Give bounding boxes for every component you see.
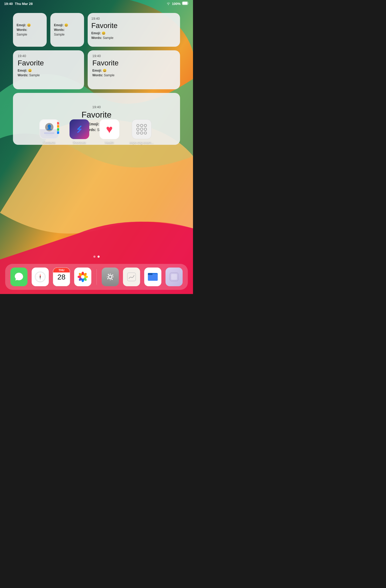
- widget-medium-1[interactable]: 19:40 Favorite Emoji: 😀 Words: Sample: [88, 13, 180, 47]
- status-left: 19:40 Thu Mar 28: [4, 2, 33, 6]
- dock-files[interactable]: [144, 268, 161, 286]
- widget-tall-time: 19:40: [18, 54, 79, 58]
- status-bar: 19:40 Thu Mar 28 100%: [0, 0, 193, 7]
- health-icon: ♥: [100, 119, 119, 139]
- battery-icon: [182, 2, 189, 6]
- dot-1: [93, 256, 95, 258]
- svg-rect-22: [127, 273, 136, 281]
- dock-safari[interactable]: [32, 268, 49, 286]
- expo-icon: [132, 119, 151, 139]
- page-dots: [93, 256, 100, 258]
- widget-small-2-words: Words: Sample: [54, 28, 80, 37]
- health-label: Health: [105, 141, 114, 144]
- dock: THU 28: [5, 264, 188, 290]
- dock-settings[interactable]: [102, 268, 119, 286]
- dock-last-app[interactable]: [166, 268, 183, 286]
- widget-tall-detail: Emoji: 😀 Words: Sample: [18, 68, 79, 78]
- calendar-day-label: THU: [53, 268, 70, 272]
- svg-rect-27: [171, 274, 177, 280]
- widget-medium-1-time: 19:40: [91, 17, 176, 20]
- widget-small-2-emoji-label: Emoji: 😀: [54, 23, 80, 28]
- widget-medium-1-detail: Emoji: 😀 Words: Sample: [91, 31, 176, 40]
- contacts-label: Contacts: [43, 141, 55, 144]
- app-expo[interactable]: expo-cng-exam...: [130, 119, 154, 144]
- widget-right-title: Favorite: [92, 59, 175, 67]
- dock-photos[interactable]: [74, 268, 91, 286]
- dock-messages[interactable]: [10, 268, 27, 286]
- shortcuts-label: Shortcuts: [73, 141, 86, 144]
- app-contacts[interactable]: 👤 Contacts: [39, 119, 59, 144]
- dock-freeform[interactable]: [123, 268, 140, 286]
- widget-small-1[interactable]: Emoji: 😀 Words: Sample: [13, 13, 47, 47]
- status-time: 19:40: [4, 2, 13, 6]
- widget-medium-tall[interactable]: 19:40 Favorite Emoji: 😀 Words: Sample: [13, 50, 84, 89]
- app-health[interactable]: ♥ Health: [100, 119, 119, 144]
- shortcuts-icon: [70, 119, 89, 139]
- status-right: 100%: [166, 2, 189, 6]
- dock-divider: [96, 269, 97, 285]
- app-shortcuts[interactable]: Shortcuts: [70, 119, 89, 144]
- expo-label: expo-cng-exam...: [130, 141, 154, 144]
- app-grid: 👤 Contacts: [0, 119, 193, 144]
- svg-point-11: [40, 276, 41, 277]
- status-date: Thu Mar 28: [15, 2, 33, 6]
- widget-xl-title: Favorite: [81, 110, 112, 120]
- dot-2: [98, 256, 100, 258]
- widget-tall-title: Favorite: [18, 59, 79, 67]
- battery-percent: 100%: [172, 2, 181, 6]
- svg-point-21: [81, 275, 85, 279]
- dock-calendar[interactable]: THU 28: [53, 268, 70, 286]
- svg-rect-2: [183, 2, 188, 5]
- widget-small-1-emoji-label: Emoji: 😀: [17, 23, 43, 28]
- wifi-icon: [166, 2, 170, 6]
- widget-small-2[interactable]: Emoji: 😀 Words: Sample: [50, 13, 84, 47]
- widget-medium-1-title: Favorite: [91, 22, 176, 30]
- widget-right-time: 19:40: [92, 54, 175, 58]
- widget-xl-time: 19:40: [92, 105, 101, 109]
- calendar-day: 28: [57, 272, 65, 282]
- widget-right-detail: Emoji: 😀 Words: Sample: [92, 68, 175, 78]
- widget-large-right[interactable]: 19:40 Favorite Emoji: 😀 Words: Sample: [88, 50, 180, 89]
- contacts-icon: 👤: [39, 119, 59, 139]
- svg-rect-25: [148, 273, 153, 275]
- widget-small-1-words: Words: Sample: [17, 28, 43, 37]
